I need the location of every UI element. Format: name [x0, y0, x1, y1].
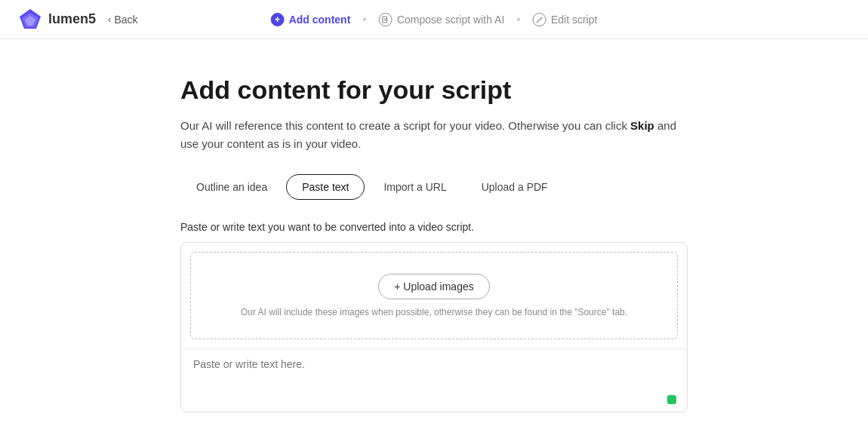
- nav-separator-2: •: [516, 13, 521, 26]
- nav-step-label-add-content: Add content: [289, 14, 351, 26]
- image-upload-zone[interactable]: + Upload images Our AI will include thes…: [190, 252, 678, 339]
- nav-separator-1: •: [362, 13, 367, 26]
- nav-step-add-content[interactable]: + Add content: [265, 10, 357, 29]
- logo-text: lumen5: [48, 11, 96, 27]
- pencil-icon: [536, 16, 543, 23]
- back-label: Back: [114, 14, 137, 26]
- back-button[interactable]: ‹ Back: [108, 14, 137, 26]
- back-chevron-icon: ‹: [108, 14, 111, 25]
- page-description: Our AI will reference this content to cr…: [180, 117, 688, 153]
- upload-images-label: + Upload images: [394, 280, 473, 293]
- skip-text: Skip: [630, 119, 654, 132]
- description-text-1: Our AI will reference this content to cr…: [180, 119, 630, 132]
- nav-step-compose-script[interactable]: Compose script with AI: [373, 10, 510, 29]
- tab-paste-text[interactable]: Paste text: [286, 174, 365, 200]
- green-indicator: [667, 395, 676, 404]
- doc-icon: [382, 16, 389, 23]
- nav-step-edit-script[interactable]: Edit script: [527, 10, 603, 29]
- nav-step-icon-add-content: +: [271, 13, 285, 26]
- section-label: Paste or write text you want to be conve…: [180, 221, 688, 233]
- tab-bar: Outline an idea Paste text Import a URL …: [180, 174, 688, 200]
- nav-step-label-edit: Edit script: [551, 14, 597, 26]
- text-area-wrapper: [181, 348, 687, 412]
- page-title: Add content for your script: [180, 75, 688, 105]
- upload-images-button[interactable]: + Upload images: [378, 274, 489, 299]
- text-input[interactable]: [181, 348, 687, 409]
- svg-rect-3: [383, 17, 387, 23]
- header: lumen5 ‹ Back + Add content • Compose sc…: [0, 0, 868, 39]
- nav-step-icon-edit: [533, 13, 546, 26]
- logo[interactable]: lumen5: [18, 8, 96, 32]
- main-content: Add content for your script Our AI will …: [162, 39, 706, 423]
- upload-hint: Our AI will include these images when po…: [241, 307, 627, 317]
- nav-step-icon-compose: [379, 13, 392, 26]
- header-nav: + Add content • Compose script with AI •: [265, 10, 604, 29]
- nav-step-label-compose: Compose script with AI: [397, 14, 504, 26]
- tab-upload-pdf[interactable]: Upload a PDF: [466, 174, 564, 200]
- tab-import-url[interactable]: Import a URL: [368, 174, 462, 200]
- logo-icon: [18, 8, 42, 32]
- content-area: + Upload images Our AI will include thes…: [180, 242, 688, 412]
- tab-outline-idea[interactable]: Outline an idea: [180, 174, 283, 200]
